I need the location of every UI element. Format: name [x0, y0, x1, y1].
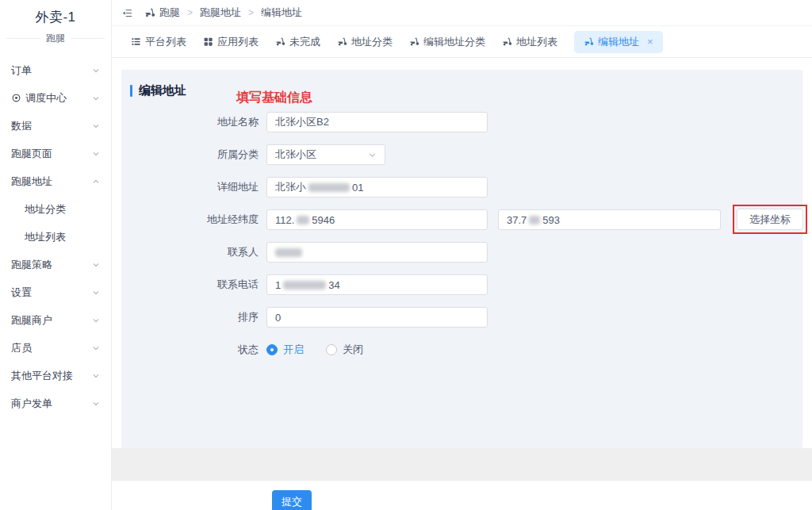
menu-fold-icon[interactable]	[121, 7, 133, 19]
red-highlight-box: 选择坐标	[733, 205, 807, 234]
redacted-blur	[283, 281, 326, 290]
edit-address-card: 编辑地址 填写基础信息 地址名称 北张小区B2 所属分类 北张小区	[121, 70, 802, 448]
scooter-icon	[144, 7, 155, 18]
top-bar: 跑腿 > 跑腿地址 > 编辑地址	[112, 0, 812, 26]
chevron-down-icon	[92, 122, 100, 130]
category-label: 所属分类	[121, 148, 266, 162]
redacted-blur	[297, 216, 309, 224]
sidebar: 外卖-1 跑腿 订单 调度中心 数据 跑腿页面 跑腿地址	[0, 0, 112, 510]
chevron-down-icon	[92, 316, 100, 324]
contact-input[interactable]	[266, 242, 488, 263]
page-background-strip	[112, 448, 812, 480]
redacted-blur	[275, 248, 302, 257]
form-row-address-name: 地址名称 北张小区B2	[121, 112, 802, 132]
edit-address-form: 地址名称 北张小区B2 所属分类 北张小区 详细地址 北张小01	[121, 112, 802, 372]
sidebar-item-address-list[interactable]: 地址列表	[0, 223, 111, 251]
app-window: 外卖-1 跑腿 订单 调度中心 数据 跑腿页面 跑腿地址	[0, 0, 812, 510]
app-title: 外卖-1	[0, 8, 111, 26]
chevron-down-icon	[92, 67, 100, 75]
tab-app-list[interactable]: 应用列表	[203, 31, 259, 53]
app-subtitle: 跑腿	[46, 32, 65, 45]
status-option-on[interactable]: 开启	[283, 343, 304, 357]
grid-icon	[203, 36, 213, 47]
contact-label: 联系人	[121, 245, 266, 259]
breadcrumb-edit-address[interactable]: 编辑地址	[261, 6, 302, 20]
app-subtitle-divider: 跑腿	[6, 32, 105, 45]
form-row-phone: 联系电话 134	[121, 274, 802, 295]
chevron-up-icon	[92, 178, 100, 186]
address-name-input[interactable]: 北张小区B2	[266, 112, 488, 132]
sidebar-menu: 订单 调度中心 数据 跑腿页面 跑腿地址 地址分类	[0, 56, 111, 417]
sidebar-item-merchant-dispatch[interactable]: 商户发单	[0, 389, 111, 417]
longitude-input[interactable]: 112.5946	[266, 209, 488, 230]
lnglat-label: 地址经纬度	[121, 213, 266, 227]
sidebar-item-errand-address[interactable]: 跑腿地址	[0, 167, 111, 195]
scooter-icon	[584, 36, 594, 47]
sidebar-item-errand-merchant[interactable]: 跑腿商户	[0, 306, 111, 334]
sidebar-item-staff[interactable]: 店员	[0, 334, 111, 362]
redacted-blur	[308, 183, 350, 192]
sidebar-item-orders[interactable]: 订单	[0, 56, 111, 84]
close-icon[interactable]: ×	[647, 36, 653, 47]
tab-edit-address[interactable]: 编辑地址 ×	[574, 31, 663, 53]
breadcrumb: 跑腿 > 跑腿地址 > 编辑地址	[144, 6, 302, 20]
form-row-contact: 联系人	[121, 242, 802, 263]
scooter-icon	[502, 36, 512, 47]
sidebar-item-settings[interactable]: 设置	[0, 278, 111, 306]
phone-label: 联系电话	[121, 278, 266, 292]
tab-address-list[interactable]: 地址列表	[502, 31, 557, 53]
chevron-down-icon	[92, 372, 100, 380]
list-icon	[131, 36, 141, 47]
form-row-status: 状态 开启 关闭	[121, 339, 802, 360]
sidebar-item-other-platforms[interactable]: 其他平台对接	[0, 362, 111, 389]
tab-unfinished[interactable]: 未完成	[275, 31, 320, 53]
radio-off-icon[interactable]	[326, 344, 337, 355]
sidebar-item-errand-strategy[interactable]: 跑腿策略	[0, 251, 111, 278]
choose-coordinates-button[interactable]: 选择坐标	[737, 209, 803, 230]
chevron-down-icon	[368, 151, 377, 159]
chevron-down-icon	[92, 261, 100, 269]
target-icon	[11, 93, 21, 103]
chevron-down-icon	[92, 344, 100, 352]
sidebar-item-data[interactable]: 数据	[0, 112, 111, 140]
status-label: 状态	[121, 343, 266, 357]
main-area: 跑腿 > 跑腿地址 > 编辑地址 平台列表 应用列表 未完成	[112, 0, 812, 510]
sidebar-item-address-category[interactable]: 地址分类	[0, 195, 111, 223]
tab-bar: 平台列表 应用列表 未完成 地址分类 编辑地址分类 地址列表	[112, 26, 812, 58]
radio-on-icon[interactable]	[266, 344, 278, 355]
sort-input[interactable]: 0	[266, 307, 488, 328]
content-area: 编辑地址 填写基础信息 地址名称 北张小区B2 所属分类 北张小区	[112, 58, 812, 448]
breadcrumb-separator: >	[187, 7, 193, 18]
detail-address-label: 详细地址	[121, 180, 266, 194]
form-row-lnglat: 地址经纬度 112.5946 37.7593 选择坐标	[121, 209, 802, 230]
status-option-off[interactable]: 关闭	[343, 343, 363, 357]
breadcrumb-root[interactable]: 跑腿	[144, 6, 180, 20]
detail-address-input[interactable]: 北张小01	[266, 177, 488, 197]
sort-label: 排序	[121, 310, 266, 324]
form-row-sort: 排序 0	[121, 307, 802, 328]
section-header: 编辑地址	[130, 83, 186, 98]
section-accent-bar	[130, 85, 132, 97]
tab-edit-address-category[interactable]: 编辑地址分类	[409, 31, 485, 53]
sidebar-item-dispatch-center[interactable]: 调度中心	[0, 84, 111, 112]
tab-platform-list[interactable]: 平台列表	[131, 31, 186, 53]
phone-input[interactable]: 134	[266, 274, 488, 295]
scooter-icon	[275, 36, 285, 47]
breadcrumb-errand-address[interactable]: 跑腿地址	[200, 6, 241, 20]
footer-bar: 提交	[112, 480, 812, 510]
form-row-detail-address: 详细地址 北张小01	[121, 177, 802, 197]
page-title: 编辑地址	[139, 83, 186, 98]
sidebar-item-errand-pages[interactable]: 跑腿页面	[0, 140, 111, 167]
scooter-icon	[337, 36, 347, 47]
breadcrumb-separator: >	[248, 7, 254, 18]
latitude-input[interactable]: 37.7593	[498, 209, 721, 230]
scooter-icon	[409, 36, 419, 47]
redacted-blur	[529, 216, 540, 224]
category-select[interactable]: 北张小区	[266, 144, 385, 165]
tab-address-category[interactable]: 地址分类	[337, 31, 393, 53]
status-radio-group: 开启 关闭	[266, 343, 363, 357]
chevron-down-icon	[92, 150, 100, 158]
submit-button[interactable]: 提交	[272, 490, 312, 510]
chevron-down-icon	[92, 400, 100, 408]
annotation-text: 填写基础信息	[236, 90, 312, 106]
